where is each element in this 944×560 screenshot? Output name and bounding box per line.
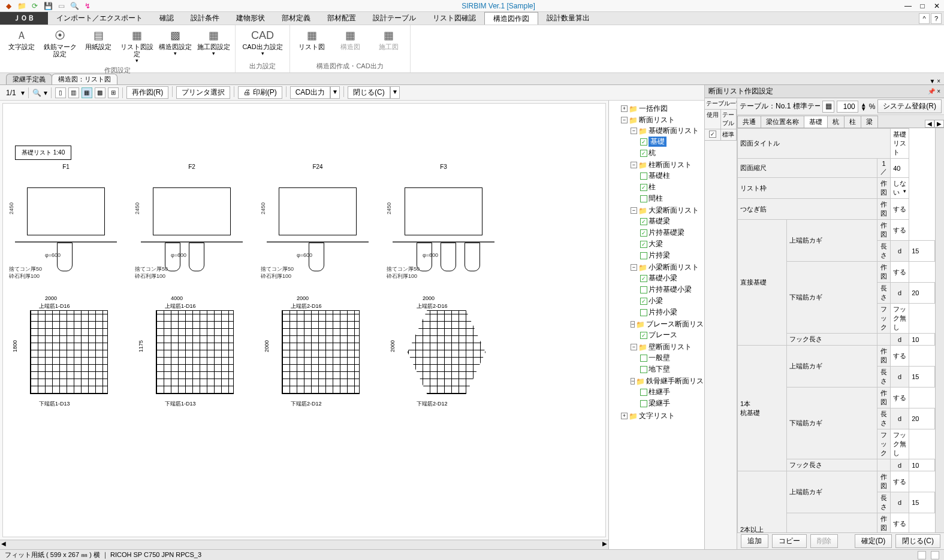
tree-node[interactable]: +📁文字リスト <box>621 411 702 421</box>
tree-checkbox[interactable]: ✓ <box>640 218 647 225</box>
menu-item-3[interactable]: 建物形状 <box>228 12 273 25</box>
tree-node[interactable]: −📁柱断面リスト <box>631 160 702 170</box>
prop-tab-0[interactable]: 共通 <box>737 116 761 128</box>
tab-nav-icon[interactable]: ▶ <box>934 120 944 128</box>
tree-expand-icon[interactable]: + <box>621 413 628 419</box>
tree-node[interactable]: 柱継手 <box>640 387 702 397</box>
prop-value[interactable]: 20 <box>909 283 935 304</box>
spin-down[interactable]: ▼ <box>861 107 867 111</box>
tree-expand-icon[interactable]: − <box>631 162 637 168</box>
tree-node[interactable]: ✓片持基礎梁 <box>640 228 702 238</box>
menu-item-8[interactable]: 構造図作図 <box>484 12 538 25</box>
tree-node[interactable]: ✓基礎 <box>640 137 702 147</box>
prop-value[interactable]: する <box>891 262 909 283</box>
tree-node[interactable]: +📁一括作図 <box>621 104 702 114</box>
ribbon-btn-0-3[interactable]: ▦リスト図設定▾ <box>119 28 155 65</box>
prop-value[interactable]: する <box>891 388 909 408</box>
view-icon[interactable]: ▭ <box>56 1 66 11</box>
prop-value[interactable]: する <box>891 471 909 492</box>
ribbon-btn-0-1[interactable]: ⦿鉄筋マーク設定 <box>42 28 78 59</box>
tree-expand-icon[interactable]: − <box>631 344 637 350</box>
toolbar-dd-3[interactable]: ▾ <box>330 86 340 99</box>
tree-checkbox[interactable] <box>640 195 647 202</box>
ribbon-btn-0-4[interactable]: ▩構造図設定▾ <box>157 28 193 57</box>
tree-checkbox[interactable] <box>640 389 647 396</box>
save-icon[interactable]: 💾 <box>43 1 53 11</box>
menu-item-6[interactable]: 設計テーブル <box>364 12 424 25</box>
tree-node[interactable]: 梁継手 <box>640 398 702 408</box>
tree-expand-icon[interactable]: − <box>631 128 637 134</box>
tree-node[interactable]: ✓基礎小梁 <box>640 273 702 283</box>
tree-checkbox[interactable] <box>640 309 647 316</box>
tree-checkbox[interactable] <box>640 366 647 373</box>
pin-icon[interactable]: 📌 × <box>928 88 940 95</box>
layout-1-icon[interactable]: ▯ <box>55 87 66 98</box>
tree-node[interactable]: 基礎柱 <box>640 171 702 181</box>
prop-tab-3[interactable]: 杭 <box>827 116 845 128</box>
menu-item-0[interactable]: インポート／エクスポート <box>48 12 151 25</box>
close-button[interactable]: ✕ <box>930 1 944 11</box>
status-icon-2[interactable] <box>931 551 939 559</box>
menu-item-1[interactable]: 確認 <box>151 12 182 25</box>
tree-checkbox[interactable]: ✓ <box>640 150 647 157</box>
close-panel-button[interactable]: 閉じる(C) <box>895 534 940 548</box>
ok-button[interactable]: 確定(D) <box>855 534 892 548</box>
prop-value[interactable]: 20 <box>909 408 935 429</box>
tree-node[interactable]: ✓杭 <box>640 148 702 158</box>
ribbon-btn-2-0[interactable]: ▦リスト図 <box>294 28 330 52</box>
open-icon[interactable]: 📁 <box>17 1 26 11</box>
tree-node[interactable]: −📁小梁断面リスト <box>631 262 702 273</box>
layout-5-icon[interactable]: ⊞ <box>108 87 119 98</box>
prop-tab-5[interactable]: 梁 <box>861 116 878 128</box>
tree-checkbox[interactable]: ✓ <box>640 241 647 248</box>
ribbon-btn-0-2[interactable]: ▤用紙設定 <box>80 28 116 52</box>
zoom-icon[interactable]: 🔍 <box>70 1 79 11</box>
prop-value[interactable]: 15 <box>909 367 935 388</box>
tree-checkbox[interactable]: ✓ <box>640 332 647 339</box>
add-button[interactable]: 追加 <box>741 534 768 548</box>
table-row-label[interactable]: 標準 <box>721 129 737 141</box>
toolbar-btn-2[interactable]: 🖨 印刷(P) <box>238 86 282 99</box>
prop-value[interactable]: する <box>891 199 909 220</box>
tree-node[interactable]: ✓ブレース <box>640 330 702 340</box>
tree-node[interactable]: ✓柱 <box>640 182 702 192</box>
menu-item-9[interactable]: 設計数量算出 <box>538 12 598 25</box>
tree-node[interactable]: 片持基礎小梁 <box>640 284 702 295</box>
ribbon-btn-0-5[interactable]: ▦施工図設定▾ <box>195 28 231 57</box>
tree-expand-icon[interactable]: − <box>631 264 637 271</box>
zoom-input[interactable] <box>837 101 858 113</box>
tree-checkbox[interactable] <box>640 286 647 293</box>
layout-2-icon[interactable]: ▥ <box>68 87 79 98</box>
tree-node[interactable]: −📁断面リスト <box>621 115 702 125</box>
tree-node[interactable]: ✓大梁 <box>640 239 702 249</box>
prop-tab-2[interactable]: 基礎 <box>804 116 828 128</box>
layout-4-icon[interactable]: ▩ <box>95 87 105 98</box>
toolbar-btn-1[interactable]: プリンタ選択 <box>176 86 230 99</box>
zoom-dropdown-icon[interactable]: ▾ <box>44 89 47 97</box>
prop-value[interactable]: する <box>891 346 909 367</box>
tree-node[interactable]: −📁基礎断面リスト <box>631 126 702 136</box>
menu-expand-icon[interactable]: ^ <box>919 13 930 24</box>
tree-node[interactable]: ✓小梁 <box>640 296 702 306</box>
horizontal-scrollbar[interactable] <box>0 540 608 549</box>
tree-checkbox[interactable] <box>640 172 647 180</box>
toolbar-btn-0[interactable]: 再作図(R) <box>126 86 169 99</box>
zoom-tool-icon[interactable]: 🔍 <box>32 89 41 97</box>
menu-item-5[interactable]: 部材配置 <box>319 12 364 25</box>
tree-checkbox[interactable]: ✓ <box>640 229 647 237</box>
system-register-button[interactable]: システム登録(R) <box>877 99 942 113</box>
tree-node[interactable]: 片持梁 <box>640 250 702 261</box>
prop-value[interactable]: 基礎リスト <box>891 129 909 159</box>
prop-tab-4[interactable]: 柱 <box>844 116 861 128</box>
tree-node[interactable]: 間柱 <box>640 193 702 204</box>
menu-item-2[interactable]: 設計条件 <box>182 12 228 25</box>
tree-expand-icon[interactable]: − <box>621 117 628 123</box>
tree-expand-icon[interactable]: − <box>631 321 635 328</box>
tree-node[interactable]: −📁大梁断面リスト <box>631 205 702 216</box>
app-icon[interactable]: ◆ <box>4 1 13 11</box>
page-dropdown-icon[interactable]: ▾ <box>21 89 25 97</box>
table-row-checkbox[interactable]: ✓ <box>705 129 721 141</box>
tree-checkbox[interactable] <box>640 355 647 362</box>
prop-value[interactable]: 10 <box>909 334 935 346</box>
minimize-button[interactable]: — <box>901 1 915 11</box>
